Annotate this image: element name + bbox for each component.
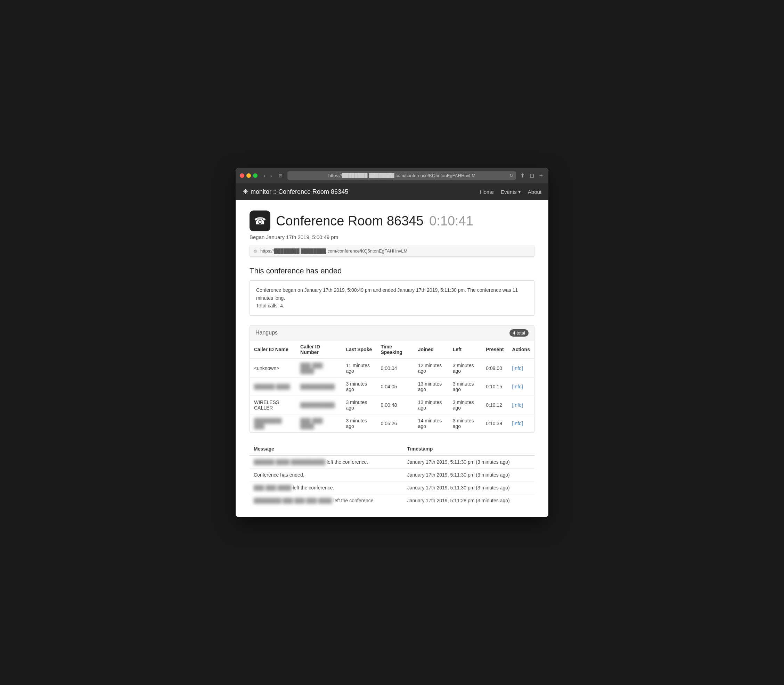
- event-message-cell: ████████ ███ ███-███-████ left the confe…: [249, 494, 403, 507]
- action-cell: [Info]: [508, 396, 534, 414]
- conference-title: Conference Room 86345: [276, 214, 424, 228]
- main-content: ☎ Conference Room 86345 0:10:41 Began Ja…: [236, 200, 548, 517]
- nav-about[interactable]: About: [528, 189, 542, 195]
- caller-id-number-cell: ██████████: [296, 377, 342, 396]
- left-cell: 3 minutes ago: [449, 359, 482, 378]
- close-button[interactable]: [240, 173, 244, 178]
- present-cell: 0:10:39: [481, 414, 508, 432]
- last-spoke-cell: 3 minutes ago: [342, 377, 377, 396]
- conference-url-display: ⎋ https://████████.████████.com/conferen…: [249, 245, 535, 257]
- hangups-header-row: Caller ID Name Caller ID Number Last Spo…: [250, 341, 534, 359]
- time-speaking-cell: 0:04:05: [377, 377, 414, 396]
- traffic-lights: [240, 173, 257, 178]
- conference-subtitle: Began January 17th 2019, 5:00:49 pm: [249, 234, 535, 240]
- col-caller-id-name: Caller ID Name: [250, 341, 296, 359]
- table-row: ██████ ██████████████3 minutes ago0:04:0…: [250, 377, 534, 396]
- event-message-cell: ██████ ████ ██████████ left the conferen…: [249, 455, 403, 469]
- fullscreen-button[interactable]: ⊡: [528, 172, 535, 180]
- blurred-number: ███-███-████: [300, 418, 338, 429]
- left-cell: 3 minutes ago: [449, 396, 482, 414]
- app-brand: ✳ monitor :: Conference Room 86345: [242, 188, 348, 196]
- events-header-row: Message Timestamp: [249, 443, 535, 455]
- events-table-body: ██████ ████ ██████████ left the conferen…: [249, 455, 535, 507]
- caller-id-name-cell: ████████ ███: [250, 414, 296, 432]
- hangups-title: Hangups: [255, 330, 278, 336]
- event-message-cell: ███-███-████ left the conference.: [249, 481, 403, 494]
- action-cell: [Info]: [508, 359, 534, 378]
- conference-timer: 0:10:41: [429, 214, 473, 228]
- blurred-number: ██████████: [300, 384, 335, 390]
- event-message-cell: Conference has ended.: [249, 468, 403, 481]
- nav-events-dropdown[interactable]: Events ▾: [501, 188, 521, 195]
- tab-toggle-button[interactable]: ⊟: [277, 172, 285, 179]
- events-table-header: Message Timestamp: [249, 443, 535, 455]
- col-left: Left: [449, 341, 482, 359]
- info-link[interactable]: [Info]: [512, 402, 523, 408]
- dropdown-arrow-icon: ▾: [518, 188, 521, 195]
- last-spoke-cell: 3 minutes ago: [342, 396, 377, 414]
- minimize-button[interactable]: [246, 173, 251, 178]
- caller-id-number-cell: ██████████: [296, 396, 342, 414]
- events-table: Message Timestamp ██████ ████ ██████████…: [249, 443, 535, 507]
- col-present: Present: [481, 341, 508, 359]
- time-speaking-cell: 0:00:04: [377, 359, 414, 378]
- present-cell: 0:09:00: [481, 359, 508, 378]
- link-icon: ⎋: [254, 248, 257, 253]
- info-line1: Conference began on January 17th 2019, 5…: [256, 286, 528, 302]
- phone-icon: ☎: [249, 211, 270, 231]
- page-header: ☎ Conference Room 86345 0:10:41: [249, 211, 535, 231]
- info-box: Conference began on January 17th 2019, 5…: [249, 280, 535, 315]
- info-line2: Total calls: 4.: [256, 302, 528, 310]
- refresh-icon[interactable]: ↻: [509, 173, 513, 178]
- left-cell: 3 minutes ago: [449, 414, 482, 432]
- blurred-msg: ███-███-████: [254, 485, 291, 490]
- info-link[interactable]: [Info]: [512, 420, 523, 426]
- info-link[interactable]: [Info]: [512, 384, 523, 390]
- back-button[interactable]: ‹: [262, 172, 268, 179]
- col-last-spoke: Last Spoke: [342, 341, 377, 359]
- joined-cell: 13 minutes ago: [414, 377, 449, 396]
- share-button[interactable]: ⬆: [519, 172, 526, 180]
- blurred-name: ██████ ████: [254, 384, 290, 390]
- info-link[interactable]: [Info]: [512, 365, 523, 371]
- joined-cell: 14 minutes ago: [414, 414, 449, 432]
- event-timestamp-cell: January 17th 2019, 5:11:30 pm (3 minutes…: [403, 481, 535, 494]
- event-timestamp-cell: January 17th 2019, 5:11:28 pm (3 minutes…: [403, 494, 535, 507]
- table-row: ██████ ████ ██████████ left the conferen…: [249, 455, 535, 469]
- action-cell: [Info]: [508, 414, 534, 432]
- hangups-header: Hangups 4 total: [250, 326, 534, 341]
- forward-button[interactable]: ›: [268, 172, 274, 179]
- browser-chrome: ‹ › ⊟ ↻ ⬆ ⊡ +: [236, 168, 548, 183]
- add-tab-button[interactable]: +: [538, 171, 544, 180]
- app-navbar: ✳ monitor :: Conference Room 86345 Home …: [236, 183, 548, 200]
- joined-cell: 12 minutes ago: [414, 359, 449, 378]
- col-joined: Joined: [414, 341, 449, 359]
- caller-id-name-cell: <unknown>: [250, 359, 296, 378]
- col-actions: Actions: [508, 341, 534, 359]
- caller-id-number-cell: ███-███-████: [296, 414, 342, 432]
- status-heading: This conference has ended: [249, 266, 535, 276]
- url-input[interactable]: [287, 171, 516, 180]
- hangups-section: Hangups 4 total Caller ID Name Caller ID…: [249, 325, 535, 433]
- table-row: ███-███-████ left the conference.January…: [249, 481, 535, 494]
- table-row: WIRELESS CALLER██████████3 minutes ago0:…: [250, 396, 534, 414]
- table-row: Conference has ended.January 17th 2019, …: [249, 468, 535, 481]
- browser-top-bar: ‹ › ⊟ ↻ ⬆ ⊡ +: [240, 171, 544, 183]
- time-speaking-cell: 0:00:48: [377, 396, 414, 414]
- nav-home[interactable]: Home: [480, 189, 494, 195]
- conference-url-text: https://████████.████████.com/conference…: [260, 248, 407, 253]
- nav-buttons: ‹ ›: [262, 172, 274, 179]
- blurred-number: ███-███-████: [300, 363, 338, 374]
- maximize-button[interactable]: [253, 173, 257, 178]
- present-cell: 0:10:15: [481, 377, 508, 396]
- col-caller-id-number: Caller ID Number: [296, 341, 342, 359]
- brand-icon: ✳: [242, 188, 249, 196]
- last-spoke-cell: 11 minutes ago: [342, 359, 377, 378]
- hangups-table: Caller ID Name Caller ID Number Last Spo…: [250, 341, 534, 432]
- event-timestamp-cell: January 17th 2019, 5:11:30 pm (3 minutes…: [403, 455, 535, 469]
- url-bar-wrapper: ↻: [287, 171, 516, 180]
- caller-id-name-cell: WIRELESS CALLER: [250, 396, 296, 414]
- brand-text: monitor :: Conference Room 86345: [250, 188, 348, 196]
- hangups-badge: 4 total: [509, 329, 529, 337]
- browser-actions: ⬆ ⊡ +: [519, 171, 544, 180]
